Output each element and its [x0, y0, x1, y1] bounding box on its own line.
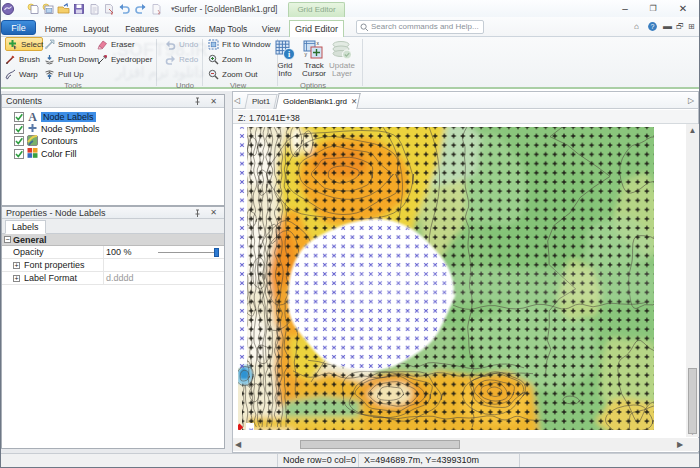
svg-text:y: y — [305, 51, 308, 57]
svg-text:x: x — [317, 40, 320, 46]
svg-text:A: A — [28, 111, 37, 121]
svg-text:?: ? — [651, 23, 655, 30]
